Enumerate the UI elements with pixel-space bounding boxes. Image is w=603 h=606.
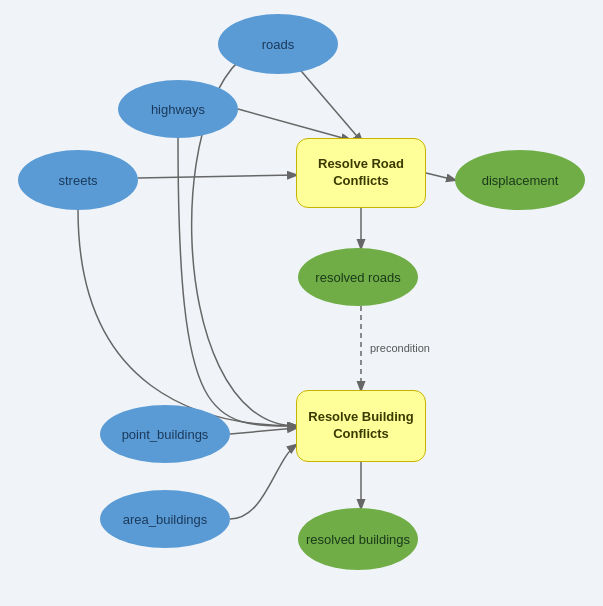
displacement-node: displacement xyxy=(455,150,585,210)
streets-label: streets xyxy=(58,173,97,188)
resolve-road-node: Resolve Road Conflicts xyxy=(296,138,426,208)
svg-line-3 xyxy=(426,173,455,180)
resolved-roads-label: resolved roads xyxy=(315,270,400,285)
point-buildings-label: point_buildings xyxy=(122,427,209,442)
resolve-building-label: Resolve Building Conflicts xyxy=(303,409,419,443)
svg-text:precondition: precondition xyxy=(370,342,430,354)
displacement-label: displacement xyxy=(482,173,559,188)
resolved-buildings-node: resolved buildings xyxy=(298,508,418,570)
highways-label: highways xyxy=(151,102,205,117)
svg-line-2 xyxy=(138,175,296,178)
resolve-building-node: Resolve Building Conflicts xyxy=(296,390,426,462)
svg-line-1 xyxy=(238,109,350,140)
roads-label: roads xyxy=(262,37,295,52)
svg-line-7 xyxy=(230,428,296,434)
roads-node: roads xyxy=(218,14,338,74)
resolved-buildings-label: resolved buildings xyxy=(306,532,410,547)
streets-node: streets xyxy=(18,150,138,210)
arrows-svg: precondition xyxy=(0,0,603,606)
area-buildings-label: area_buildings xyxy=(123,512,208,527)
resolve-road-label: Resolve Road Conflicts xyxy=(303,156,419,190)
diagram-canvas: precondition roads highways streets Reso… xyxy=(0,0,603,606)
resolved-roads-node: resolved roads xyxy=(298,248,418,306)
highways-node: highways xyxy=(118,80,238,138)
area-buildings-node: area_buildings xyxy=(100,490,230,548)
point-buildings-node: point_buildings xyxy=(100,405,230,463)
